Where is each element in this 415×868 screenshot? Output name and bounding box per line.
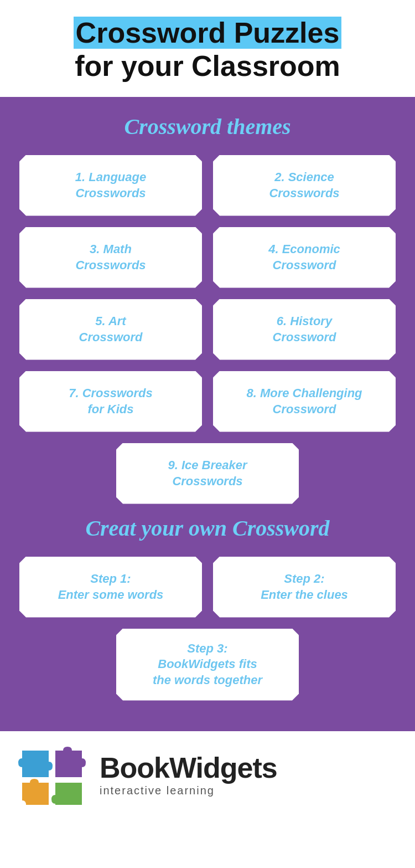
footer: BookWidgets interactive learning — [0, 731, 415, 820]
theme-btn-3[interactable]: 3. MathCrosswords — [19, 227, 202, 288]
theme-btn-4[interactable]: 4. EconomicCrossword — [213, 227, 396, 288]
title-line2: for your Classroom — [75, 50, 340, 82]
steps-row-1: Step 1:Enter some words Step 2:Enter the… — [19, 557, 396, 618]
theme-btn-7[interactable]: 7. Crosswordsfor Kids — [19, 371, 202, 432]
step-btn-2[interactable]: Step 2:Enter the clues — [213, 557, 396, 618]
brand-name: BookWidgets — [100, 753, 277, 782]
step-btn-1[interactable]: Step 1:Enter some words — [19, 557, 202, 618]
title-line1: Crossword Puzzles — [74, 17, 342, 49]
themes-row-2: 3. MathCrosswords 4. EconomicCrossword — [19, 227, 396, 288]
theme-btn-9[interactable]: 9. Ice BreakerCrosswords — [116, 443, 299, 504]
themes-row-1: 1. LanguageCrosswords 2. ScienceCrosswor… — [19, 155, 396, 216]
create-section: Creat your own Crossword Step 1:Enter so… — [19, 515, 396, 701]
steps-row-2: Step 3:BookWidgets fitsthe words togethe… — [19, 629, 396, 701]
step-btn-3[interactable]: Step 3:BookWidgets fitsthe words togethe… — [116, 629, 299, 701]
create-section-title: Creat your own Crossword — [19, 515, 396, 541]
bookwidgets-logo-icon — [17, 745, 89, 806]
theme-btn-2[interactable]: 2. ScienceCrosswords — [213, 155, 396, 216]
theme-btn-6[interactable]: 6. HistoryCrossword — [213, 299, 396, 360]
theme-btn-1[interactable]: 1. LanguageCrosswords — [19, 155, 202, 216]
theme-btn-8[interactable]: 8. More ChallengingCrossword — [213, 371, 396, 432]
main-content: Crossword themes 1. LanguageCrosswords 2… — [0, 97, 415, 731]
themes-section-title: Crossword themes — [19, 114, 396, 140]
footer-text: BookWidgets interactive learning — [100, 753, 277, 797]
header: Crossword Puzzles for your Classroom — [0, 0, 415, 97]
themes-row-3: 5. ArtCrossword 6. HistoryCrossword — [19, 299, 396, 360]
theme-btn-5[interactable]: 5. ArtCrossword — [19, 299, 202, 360]
themes-row-5: 9. Ice BreakerCrosswords — [19, 443, 396, 504]
brand-tagline: interactive learning — [100, 784, 277, 797]
themes-row-4: 7. Crosswordsfor Kids 8. More Challengin… — [19, 371, 396, 432]
page-title: Crossword Puzzles for your Classroom — [22, 17, 393, 83]
